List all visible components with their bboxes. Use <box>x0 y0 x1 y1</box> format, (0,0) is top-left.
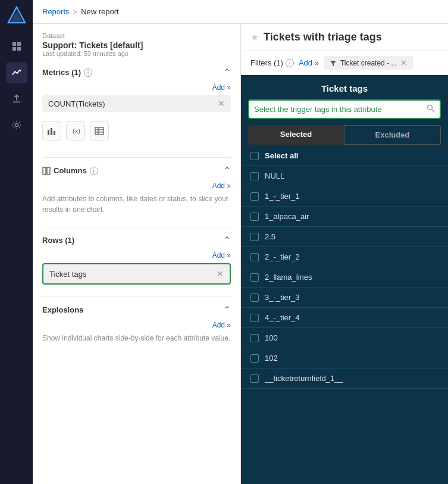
list-item[interactable]: 4_-_tier_4 <box>241 308 448 328</box>
filters-add-link[interactable]: Add » <box>299 58 319 67</box>
list-item-checkbox[interactable] <box>250 354 259 363</box>
search-input[interactable] <box>254 105 423 114</box>
rows-chevron[interactable]: ⌃ <box>223 235 231 246</box>
rows-chip[interactable]: Ticket tags ✕ <box>42 263 231 285</box>
list-item-label: 2_llama_lines <box>265 273 312 282</box>
left-panel: Dataset Support: Tickets [default] Last … <box>33 24 241 484</box>
list-item[interactable]: __ticketreturnfield_1__ <box>241 369 448 389</box>
svg-point-18 <box>428 105 433 110</box>
list-item[interactable]: Select all <box>241 146 448 166</box>
list-item-checkbox[interactable] <box>250 152 259 160</box>
nav-item-upload[interactable] <box>6 88 27 110</box>
filter-icon <box>330 60 337 67</box>
metrics-add-link[interactable]: Add » <box>212 83 231 92</box>
report-title: Tickets with triage tags <box>264 31 382 43</box>
metrics-title: Metrics (1) i <box>42 68 92 77</box>
nav-item-reports[interactable] <box>6 62 27 83</box>
list-item-checkbox[interactable] <box>250 334 259 342</box>
metrics-chip[interactable]: COUNT(Tickets) ✕ <box>42 95 231 112</box>
rows-title-text: Rows (1) <box>42 236 74 245</box>
dataset-info: Dataset Support: Tickets [default] Last … <box>42 32 231 57</box>
tab-selected[interactable]: Selected <box>248 125 344 145</box>
items-list: Select allNULL1_-_tier_11_alpaca_air2.52… <box>241 146 448 484</box>
filters-bar: Filters (1) i Add » Ticket created - ...… <box>241 51 448 75</box>
filter-chip[interactable]: Ticket created - ... ✕ <box>324 56 413 70</box>
list-item-label: Select all <box>265 151 298 160</box>
list-item-checkbox[interactable] <box>250 172 259 180</box>
list-item-label: 1_alpaca_air <box>265 212 309 221</box>
divider-3 <box>42 296 231 297</box>
metrics-chip-label: COUNT(Tickets) <box>48 99 105 108</box>
columns-section-header: Columns i ⌃ <box>42 165 231 176</box>
filters-info-icon[interactable]: i <box>286 59 294 67</box>
list-item-label: __ticketreturnfield_1__ <box>265 374 343 383</box>
list-item-checkbox[interactable] <box>250 314 259 322</box>
metrics-chip-close[interactable]: ✕ <box>218 99 225 108</box>
list-item-checkbox[interactable] <box>250 253 259 261</box>
divider-2 <box>42 227 231 227</box>
content-split: Dataset Support: Tickets [default] Last … <box>33 24 448 484</box>
list-item[interactable]: 2.5 <box>241 227 448 247</box>
list-item[interactable]: 100 <box>241 328 448 348</box>
svg-point-7 <box>15 123 18 126</box>
list-item-label: 4_-_tier_4 <box>265 313 300 322</box>
metrics-info-icon[interactable]: i <box>84 68 92 77</box>
chart-icon-table[interactable] <box>90 121 109 140</box>
columns-hint: Add attributes to columns, like dates or… <box>42 193 231 215</box>
list-item[interactable]: 1_-_tier_1 <box>241 186 448 207</box>
chart-icon-formula[interactable]: (x) <box>66 121 85 140</box>
rows-add-link[interactable]: Add » <box>212 251 231 260</box>
star-icon[interactable]: ★ <box>250 32 259 43</box>
filter-chip-close[interactable]: ✕ <box>400 58 407 67</box>
list-item[interactable]: 3_-_tier_3 <box>241 288 448 308</box>
list-item-label: 102 <box>265 354 278 363</box>
breadcrumb-current: New report <box>81 7 119 16</box>
nav-item-settings[interactable] <box>6 114 27 136</box>
dropdown-title: Ticket tags <box>241 75 448 99</box>
breadcrumb-parent[interactable]: Reports <box>42 7 70 16</box>
columns-title: Columns i <box>42 166 98 175</box>
list-item-checkbox[interactable] <box>250 192 259 201</box>
nav-sidebar <box>0 0 33 484</box>
search-icon[interactable] <box>427 104 435 114</box>
list-item[interactable]: 102 <box>241 348 448 369</box>
svg-rect-9 <box>51 128 52 135</box>
breadcrumb: Reports > New report <box>33 0 448 24</box>
metrics-chevron[interactable]: ⌃ <box>223 67 231 78</box>
list-item-checkbox[interactable] <box>250 293 259 302</box>
list-item-label: 1_-_tier_1 <box>265 192 300 201</box>
svg-rect-16 <box>43 167 46 174</box>
list-item-checkbox[interactable] <box>250 273 259 282</box>
columns-info-icon[interactable]: i <box>90 167 98 175</box>
rows-chip-close[interactable]: ✕ <box>217 269 224 279</box>
columns-chevron[interactable]: ⌃ <box>223 165 231 176</box>
rows-chip-label: Ticket tags <box>49 270 86 279</box>
chart-icon-bar[interactable] <box>42 121 61 140</box>
search-box <box>248 99 441 119</box>
list-item-label: NULL <box>265 171 284 180</box>
explosions-section-header: Explosions ⌃ <box>42 304 231 316</box>
explosions-chevron[interactable]: ⌃ <box>223 304 231 316</box>
list-item[interactable]: NULL <box>241 166 448 186</box>
nav-item-home[interactable] <box>6 36 27 57</box>
explosions-add-link[interactable]: Add » <box>212 321 231 329</box>
columns-add-link[interactable]: Add » <box>212 182 231 190</box>
metrics-section-header: Metrics (1) i ⌃ <box>42 67 231 78</box>
list-item-label: 2.5 <box>265 232 275 241</box>
list-item-checkbox[interactable] <box>250 374 259 383</box>
svg-rect-17 <box>47 167 50 174</box>
svg-line-19 <box>432 110 435 113</box>
list-item-label: 100 <box>265 333 278 342</box>
list-item[interactable]: 2_llama_lines <box>241 267 448 288</box>
svg-rect-5 <box>17 47 20 51</box>
list-item-checkbox[interactable] <box>250 233 259 241</box>
svg-rect-6 <box>12 102 20 103</box>
svg-rect-12 <box>95 127 104 135</box>
tab-excluded[interactable]: Excluded <box>344 125 441 145</box>
list-item-checkbox[interactable] <box>250 213 259 221</box>
filters-label: Filters (1) i <box>250 58 294 67</box>
dropdown-panel: Ticket tags Selected Excluded <box>241 75 448 484</box>
list-item[interactable]: 1_alpaca_air <box>241 207 448 227</box>
list-item[interactable]: 2_-_tier_2 <box>241 247 448 267</box>
dataset-updated: Last updated: 59 minutes ago <box>42 50 231 57</box>
